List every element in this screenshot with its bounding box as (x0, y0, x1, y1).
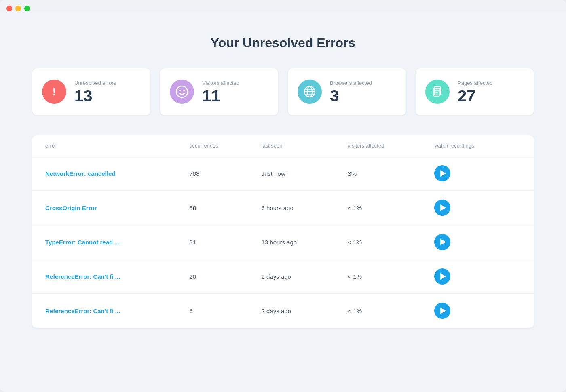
play-button-3[interactable] (434, 268, 450, 285)
page-title: Your Unresolved Errors (32, 36, 534, 51)
stat-text-browsers: Browsers affected 3 (330, 80, 372, 104)
table-body: NetworkError: cancelled 708 Just now 3% … (32, 156, 534, 328)
stat-text-visitors: Visitors affected 11 (202, 80, 239, 104)
stat-value-visitors: 11 (202, 88, 239, 104)
table-row: ReferenceError: Can't fi ... 6 2 days ag… (32, 293, 534, 328)
play-button-0[interactable] (434, 165, 450, 181)
stat-card-pages: Pages affected 27 (416, 68, 534, 115)
stat-value-browsers: 3 (330, 88, 372, 104)
last-seen-4: 2 days ago (262, 308, 348, 314)
globe-icon (298, 80, 322, 104)
error-name-0[interactable]: NetworkError: cancelled (45, 170, 189, 177)
visitors-3: < 1% (348, 273, 434, 280)
stat-card-unresolved: ! Unresolved errors 13 (32, 68, 150, 115)
occurrences-1: 58 (189, 204, 261, 211)
stat-card-visitors: Visitors affected 11 (160, 68, 278, 115)
svg-rect-13 (433, 88, 440, 96)
error-name-2[interactable]: TypeError: Cannot read ... (45, 239, 189, 246)
stat-label-pages: Pages affected (458, 80, 493, 86)
play-arrow-icon (440, 170, 446, 177)
col-header-occurrences: occurrences (189, 143, 261, 149)
visitors-1: < 1% (348, 204, 434, 211)
svg-point-1 (176, 86, 188, 97)
last-seen-3: 2 days ago (262, 273, 348, 280)
play-arrow-icon (440, 239, 446, 245)
occurrences-2: 31 (189, 239, 261, 246)
error-name-4[interactable]: ReferenceError: Can't fi ... (45, 308, 189, 314)
minimize-button[interactable] (15, 6, 21, 11)
visitors-2: < 1% (348, 239, 434, 246)
close-button[interactable] (6, 6, 12, 11)
occurrences-0: 708 (189, 170, 261, 177)
table-row: ReferenceError: Can't fi ... 20 2 days a… (32, 259, 534, 293)
col-header-error: error (45, 143, 189, 149)
table-row: CrossOrigin Error 58 6 hours ago < 1% (32, 190, 534, 225)
error-name-1[interactable]: CrossOrigin Error (45, 204, 189, 211)
stat-value-unresolved: 13 (74, 88, 116, 104)
play-button-4[interactable] (434, 303, 450, 319)
last-seen-0: Just now (262, 170, 348, 177)
window-chrome (0, 0, 566, 11)
col-header-last-seen: last seen (262, 143, 348, 149)
visitors-4: < 1% (348, 308, 434, 314)
occurrences-4: 6 (189, 308, 261, 314)
play-arrow-icon (440, 308, 446, 314)
stat-label-visitors: Visitors affected (202, 80, 239, 86)
pages-icon (425, 80, 450, 104)
error-name-3[interactable]: ReferenceError: Can't fi ... (45, 273, 189, 280)
last-seen-1: 6 hours ago (262, 204, 348, 211)
smiley-icon (170, 80, 194, 104)
window-body: Your Unresolved Errors ! Unresolved erro… (0, 11, 566, 392)
svg-point-3 (183, 90, 185, 91)
stat-card-browsers: Browsers affected 3 (288, 68, 406, 115)
play-button-2[interactable] (434, 234, 450, 250)
col-header-visitors: visitors affected (348, 143, 434, 149)
table-row: NetworkError: cancelled 708 Just now 3% (32, 156, 534, 190)
table-row: TypeError: Cannot read ... 31 13 hours a… (32, 225, 534, 259)
table-header: error occurrences last seen visitors aff… (32, 135, 534, 156)
stat-value-pages: 27 (458, 88, 493, 104)
stats-row: ! Unresolved errors 13 Visitors affected (32, 68, 534, 115)
svg-point-2 (179, 90, 181, 91)
exclamation-icon: ! (42, 80, 66, 104)
fullscreen-button[interactable] (24, 6, 30, 11)
visitors-0: 3% (348, 170, 434, 177)
occurrences-3: 20 (189, 273, 261, 280)
stat-label-unresolved: Unresolved errors (74, 80, 116, 86)
stat-text-unresolved: Unresolved errors 13 (74, 80, 116, 104)
play-arrow-icon (440, 273, 446, 280)
last-seen-2: 13 hours ago (262, 239, 348, 246)
play-button-1[interactable] (434, 200, 450, 216)
col-header-recordings: watch recordings (434, 143, 521, 149)
error-table: error occurrences last seen visitors aff… (32, 135, 534, 328)
svg-text:!: ! (53, 86, 56, 97)
stat-text-pages: Pages affected 27 (458, 80, 493, 104)
play-arrow-icon (440, 204, 446, 211)
stat-label-browsers: Browsers affected (330, 80, 372, 86)
